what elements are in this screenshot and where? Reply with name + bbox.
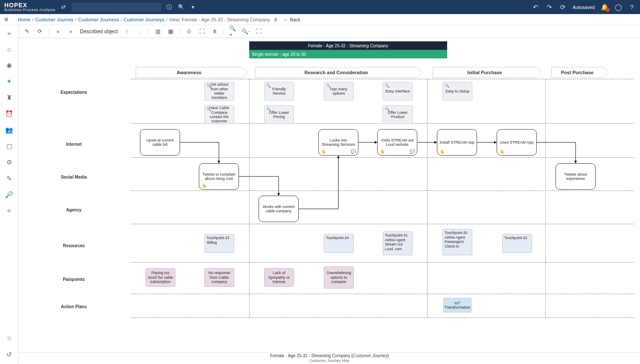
box-icon[interactable]: ▢	[4, 141, 15, 151]
crumb-customer-journeys-1[interactable]: Customer Journeys	[78, 17, 119, 22]
expect-friendly-service[interactable]: 🔍Friendly Service	[264, 82, 294, 101]
help-icon[interactable]: ?	[628, 3, 636, 11]
redo-icon[interactable]: ↷	[545, 3, 553, 11]
diagram-canvas[interactable]: Female - Age 25-32 - Streaming Company S…	[19, 38, 640, 352]
phase-research[interactable]: Research and Consideration	[255, 67, 417, 78]
expect-lower-product[interactable]: 🔍Offer Lower Product	[383, 105, 413, 124]
step-streaming-services[interactable]: 👆💬Looks into Streaming Services	[318, 129, 358, 156]
menu-icon[interactable]: ≡	[4, 16, 8, 23]
org-icon[interactable]: ♜	[4, 92, 15, 103]
expect-lower-pricing[interactable]: 🔍Offer Lower Pricing	[264, 105, 294, 124]
breadcrumb-bar: ≡ Home/ Customer Journey/ Customer Journ…	[0, 14, 640, 25]
export-icon[interactable]: ⛶	[198, 28, 206, 35]
history-icon[interactable]: ↺	[4, 350, 15, 360]
expand-rail-icon[interactable]: »	[4, 28, 15, 38]
step-cable-company[interactable]: Works with current cable company	[259, 196, 299, 222]
share-tool-icon[interactable]: ⋔	[211, 28, 218, 35]
pain-lack-sympathy[interactable]: Lack of Sympathy or Interest	[264, 268, 294, 287]
down-icon[interactable]: ↓	[136, 28, 143, 35]
search-small-icon: 🔍	[445, 84, 449, 88]
lane-expectations: Expectations	[19, 90, 129, 95]
touch-icon: 👆	[380, 149, 385, 154]
res-touchpoint-20[interactable]: Touchpoint-20Airline AgentPassengers Che…	[442, 229, 472, 255]
lane-painpoints: Painpoints	[19, 277, 129, 282]
zoom-in-icon[interactable]: 🔍+	[229, 28, 237, 35]
people-icon[interactable]: 👥	[4, 125, 15, 135]
plan-iot-transformation[interactable]: IoT Transformation	[443, 298, 471, 312]
search-icon[interactable]: 🔍	[177, 3, 185, 11]
fullscreen-icon[interactable]: ⛶	[255, 28, 262, 35]
search-small-icon: 🔍	[326, 84, 331, 88]
alert-icon[interactable]: ⏰	[4, 109, 15, 119]
comment-icon: 💬	[351, 149, 356, 154]
back-button[interactable]: ← Back	[284, 17, 300, 22]
extra-icon[interactable]: ✧	[4, 206, 15, 216]
top-right-actions: ↶ ↷ ⟳ Autosaved 🔔 ◯ ?	[532, 3, 636, 11]
notifications-icon[interactable]: 🔔	[601, 3, 608, 11]
user-icon[interactable]: ◯	[614, 3, 622, 11]
diagram-subtitle: Single woman - age 20 to 30	[249, 50, 447, 58]
expect-advice-twitter[interactable]: 🔍Get advice from other twitter members	[204, 82, 234, 101]
zoom-out-icon[interactable]: 🔍-	[242, 28, 250, 35]
res-touchpoint-22[interactable]: Touchpoint-22	[502, 234, 532, 253]
search-small-icon: 🔍	[266, 84, 271, 88]
pain-no-response[interactable]: No response from Cable company	[204, 268, 234, 287]
step-upset-cable[interactable]: Upset at current cable bill	[140, 129, 180, 156]
step-visit-stream[interactable]: 👆💬Visits STREAM out Loud website	[377, 129, 417, 156]
touch-icon: 👆	[321, 149, 326, 154]
edit-mode-icon[interactable]: ✎	[23, 28, 31, 35]
step-uses-app[interactable]: 👆Uses STREAM App	[497, 129, 537, 156]
panel-icon[interactable]: ▥	[154, 28, 162, 35]
search-small-icon: 🔍	[385, 107, 390, 111]
phase-awareness[interactable]: Awareness	[136, 67, 242, 78]
search-small-icon: 🔍	[207, 84, 211, 88]
search-small-icon: 🔍	[207, 107, 211, 111]
expect-cable-contact[interactable]: 🔍Have Cable Company contact the customer	[204, 105, 234, 124]
footer-title: Female - Age 25-32 - Streaming Company	[270, 353, 350, 358]
step-install-app[interactable]: 👆Install STREAM App	[437, 129, 477, 156]
swap-icon[interactable]: ⇄	[60, 3, 67, 11]
search-small-icon: 🔍	[385, 84, 390, 88]
home-icon[interactable]: ⌂	[4, 44, 15, 54]
info-icon[interactable]: ⓘ	[166, 3, 173, 11]
pain-paying-too-much[interactable]: Paying too much for cable subscription	[145, 268, 175, 287]
expect-easy-setup[interactable]: 🔍Easy to Setup	[442, 82, 472, 101]
search-small-icon: 🔍	[266, 107, 271, 111]
favorite-icon[interactable]: ☆	[4, 333, 15, 344]
lane-action-plans: Action Plans	[19, 304, 129, 309]
model-icon[interactable]: ✦	[4, 76, 15, 87]
step-tweets-experience[interactable]: Tweets about experience	[556, 163, 596, 190]
diagram-footer: Female - Age 25-32 - Streaming Company […	[19, 352, 640, 364]
refresh-icon[interactable]: ⟳	[559, 3, 567, 11]
nav-first-icon[interactable]: «	[54, 28, 62, 35]
nav-last-icon[interactable]: »	[67, 28, 75, 35]
crumb-home[interactable]: Home	[18, 17, 30, 22]
expect-many-options[interactable]: 🔍Has many options	[324, 82, 354, 101]
res-touchpoint-21[interactable]: Touchpoint-21Airline AgentStream out Lou…	[383, 231, 413, 255]
search-rail-icon[interactable]: 🔎	[4, 190, 15, 200]
lane-resources: Resources	[19, 243, 129, 248]
share-icon[interactable]: ⋔	[273, 17, 278, 23]
up-icon[interactable]: ↑	[123, 28, 131, 35]
reload-icon[interactable]: ⟳	[36, 28, 44, 35]
dropdown-icon[interactable]: ▾	[189, 3, 197, 11]
res-touchpoint-24[interactable]: Touchpoint-24	[324, 234, 354, 253]
crumb-customer-journey[interactable]: Customer Journey	[35, 17, 73, 22]
back-arrow-icon: ←	[284, 17, 288, 22]
edit-icon[interactable]: ✎	[4, 173, 15, 184]
expect-easy-interface[interactable]: 🔍Easy Interface	[383, 82, 413, 101]
phase-post-purchase[interactable]: Post Purchase	[551, 67, 603, 78]
touch-icon: 👆	[499, 149, 504, 154]
print-icon[interactable]: ⎙	[185, 28, 193, 35]
global-search-input[interactable]	[72, 3, 161, 12]
step-tweets-complain[interactable]: 👆Tweets to complain about rising cost	[199, 163, 239, 190]
comment-icon: 💬	[410, 149, 415, 154]
undo-icon[interactable]: ↶	[532, 3, 539, 11]
gear-icon[interactable]: ⚙	[4, 157, 15, 168]
pain-overwhelming[interactable]: Overwhelming options to compare	[324, 266, 354, 289]
grid-icon[interactable]: ▦	[167, 28, 175, 35]
phase-initial-purchase[interactable]: Initial Purchase	[433, 67, 537, 78]
crumb-customer-journeys-2[interactable]: Customer Journeys	[124, 17, 164, 22]
dashboard-icon[interactable]: ◉	[4, 60, 15, 70]
res-touchpoint-23[interactable]: Touchpoint-23'Billing	[204, 234, 234, 253]
